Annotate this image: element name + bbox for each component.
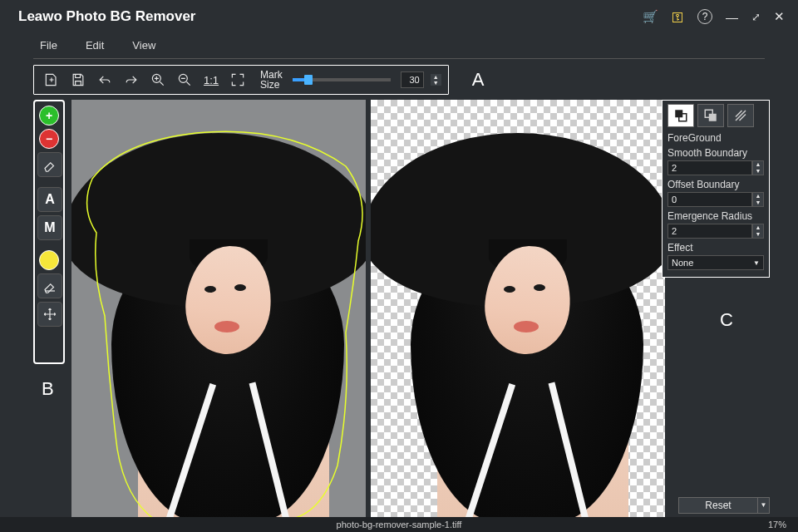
panel-tab-foreground[interactable]: [667, 104, 694, 127]
help-icon[interactable]: ?: [697, 9, 712, 24]
left-toolbar: + − A M: [33, 100, 65, 364]
source-canvas[interactable]: [71, 100, 366, 520]
reset-dropdown[interactable]: ▼: [758, 497, 770, 514]
mark-size-value[interactable]: 30: [401, 71, 424, 88]
annotation-a: A: [472, 69, 485, 91]
eraser-tool[interactable]: [37, 152, 62, 177]
mark-keep-tool[interactable]: +: [39, 106, 59, 126]
undo-button[interactable]: [94, 69, 116, 91]
offset-boundary-input[interactable]: 0: [667, 192, 752, 207]
eraser-outline-tool[interactable]: [37, 273, 62, 298]
redo-button[interactable]: [121, 69, 142, 91]
divider: [33, 58, 765, 59]
cart-icon[interactable]: 🛒: [643, 9, 658, 24]
annotation-c: C: [720, 309, 733, 331]
status-filename: photo-bg-remover-sample-1.tiff: [337, 520, 462, 530]
move-tool[interactable]: [37, 302, 62, 327]
result-image: [371, 100, 665, 520]
menu-edit[interactable]: Edit: [86, 39, 104, 52]
mark-size-spinner[interactable]: ▲▼: [431, 74, 441, 86]
statusbar: photo-bg-remover-sample-1.tiff 17%: [0, 517, 798, 532]
svg-rect-5: [709, 114, 717, 121]
properties-panel: ForeGround Smooth Boundary 2 ▲▼ Offset B…: [662, 100, 770, 278]
outline-color-tool[interactable]: [39, 250, 59, 270]
mark-size-label: MarkSize: [260, 70, 283, 90]
app-title: Leawo Photo BG Remover: [8, 8, 195, 25]
result-canvas[interactable]: [371, 100, 665, 520]
fit-screen-button[interactable]: [227, 69, 249, 91]
effect-label: Effect: [667, 242, 764, 254]
key-icon[interactable]: ⚿: [672, 10, 684, 24]
zoom-out-button[interactable]: [174, 69, 195, 91]
section-label: ForeGround: [667, 132, 764, 144]
mark-size-slider[interactable]: [293, 78, 391, 81]
minimize-button[interactable]: —: [726, 10, 738, 24]
reset-button[interactable]: Reset: [678, 497, 758, 514]
zoom-in-button[interactable]: [147, 69, 169, 91]
offset-boundary-label: Offset Boundary: [667, 179, 764, 190]
status-zoom: 17%: [768, 520, 786, 530]
save-button[interactable]: [67, 69, 89, 91]
menu-view[interactable]: View: [132, 39, 155, 52]
panel-tab-edge[interactable]: [727, 104, 754, 127]
panel-tab-background[interactable]: [697, 104, 724, 127]
smooth-boundary-spinner[interactable]: ▲▼: [752, 160, 764, 175]
titlebar: Leawo Photo BG Remover 🛒 ⚿ ? — ⤢ ✕: [0, 0, 798, 33]
auto-mode-button[interactable]: A: [37, 187, 62, 212]
close-button[interactable]: ✕: [774, 9, 785, 24]
mark-remove-tool[interactable]: −: [39, 129, 59, 149]
annotation-b: B: [42, 378, 54, 400]
emergence-radius-label: Emergence Radius: [667, 210, 764, 222]
menu-file[interactable]: File: [40, 39, 57, 52]
manual-mode-button[interactable]: M: [37, 215, 62, 240]
actual-size-button[interactable]: 1:1: [200, 74, 222, 86]
maximize-button[interactable]: ⤢: [751, 11, 761, 23]
emergence-radius-input[interactable]: 2: [667, 224, 752, 239]
offset-boundary-spinner[interactable]: ▲▼: [752, 192, 764, 207]
smooth-boundary-input[interactable]: 2: [667, 160, 752, 175]
add-file-button[interactable]: [41, 69, 62, 91]
emergence-radius-spinner[interactable]: ▲▼: [752, 224, 764, 239]
menubar: File Edit View: [0, 33, 798, 57]
smooth-boundary-label: Smooth Boundary: [667, 147, 764, 159]
effect-select[interactable]: None▼: [667, 255, 764, 270]
subject-image: [71, 100, 366, 520]
top-toolbar: 1:1 MarkSize 30 ▲▼: [33, 65, 449, 95]
